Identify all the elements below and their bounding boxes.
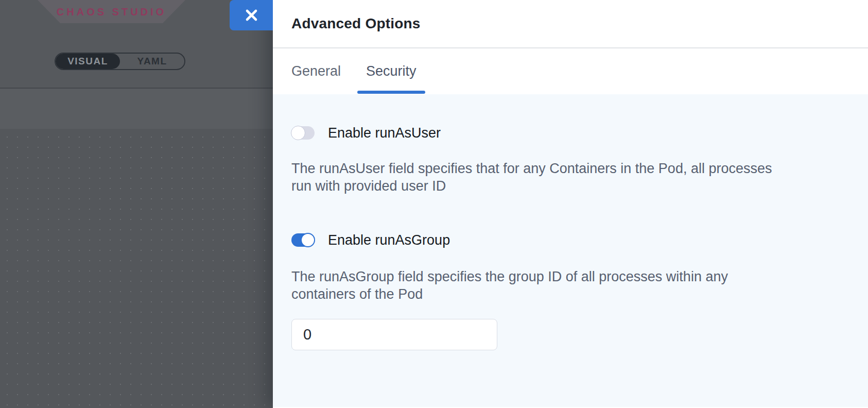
- tab-security[interactable]: Security: [366, 48, 416, 94]
- yaml-tab[interactable]: YAML: [120, 54, 184, 69]
- run-as-group-description: The runAsGroup field specifies the group…: [291, 268, 847, 303]
- close-icon: [245, 8, 258, 22]
- description-line: containers of the Pod: [291, 285, 847, 303]
- run-as-group-value-input[interactable]: [291, 319, 497, 350]
- chaos-studio-title: CHAOS STUDIO: [57, 5, 166, 18]
- visual-yaml-toggle[interactable]: VISUAL YAML: [55, 53, 185, 70]
- description-line: The runAsUser field specifies that for a…: [291, 160, 847, 177]
- run-as-user-description: The runAsUser field specifies that for a…: [291, 160, 847, 195]
- tab-general[interactable]: General: [291, 48, 341, 94]
- close-drawer-button[interactable]: [230, 0, 273, 30]
- run-as-group-toggle[interactable]: [291, 233, 315, 247]
- chaos-studio-banner: CHAOS STUDIO: [38, 0, 185, 23]
- toggle-knob: [291, 126, 305, 140]
- run-as-user-label: Enable runAsUser: [328, 125, 441, 141]
- drawer-tabbar: General Security: [273, 48, 868, 94]
- drawer-title: Advanced Options: [291, 15, 421, 32]
- drawer-header: Advanced Options: [273, 0, 868, 48]
- run-as-group-row: Enable runAsGroup: [291, 233, 847, 247]
- toggle-knob: [301, 233, 315, 247]
- visual-tab[interactable]: VISUAL: [56, 54, 120, 69]
- description-line: run with provided user ID: [291, 177, 847, 195]
- run-as-group-label: Enable runAsGroup: [328, 232, 450, 248]
- advanced-options-drawer: Advanced Options General Security Enable…: [273, 0, 868, 408]
- run-as-user-row: Enable runAsUser: [291, 126, 847, 140]
- run-as-user-toggle[interactable]: [291, 126, 315, 140]
- description-line: The runAsGroup field specifies the group…: [291, 268, 847, 285]
- security-tab-panel: Enable runAsUser The runAsUser field spe…: [273, 94, 868, 407]
